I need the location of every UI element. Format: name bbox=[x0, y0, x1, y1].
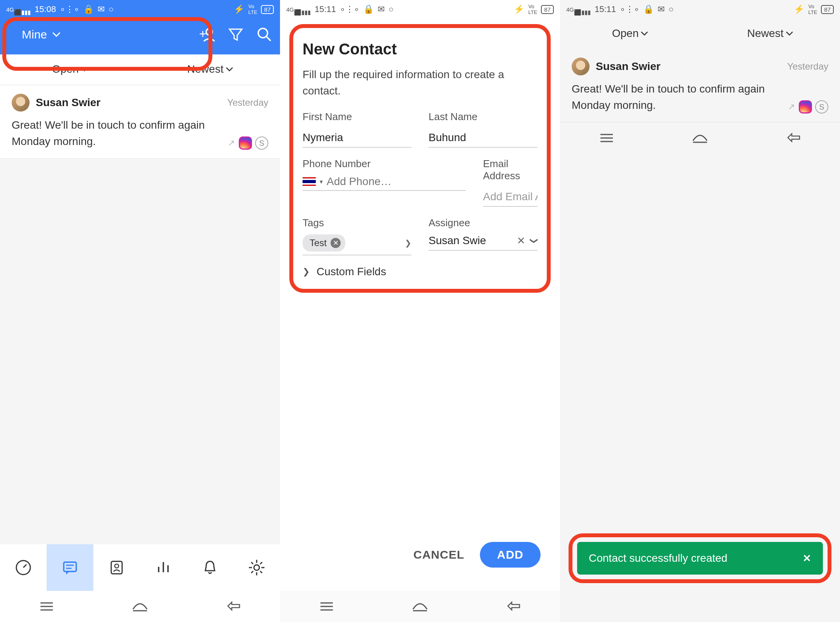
filter-sort-label: Newest bbox=[187, 63, 223, 75]
first-name-input[interactable] bbox=[303, 128, 411, 148]
home-button[interactable] bbox=[93, 601, 187, 612]
chevron-down-icon[interactable]: ▾ bbox=[320, 178, 323, 185]
lock-icon: 🔒 bbox=[363, 4, 374, 14]
search-icon[interactable] bbox=[257, 27, 272, 42]
toast-message: Contact successfully created bbox=[589, 552, 727, 564]
filter-status-dropdown[interactable]: Open bbox=[0, 63, 140, 75]
svg-point-1 bbox=[206, 29, 212, 35]
mail-icon: ✉ bbox=[378, 4, 385, 14]
add-button[interactable]: ADD bbox=[480, 542, 541, 568]
custom-fields-toggle[interactable]: ❯ Custom Fields bbox=[303, 266, 537, 278]
tag-chip[interactable]: Test ✕ bbox=[303, 234, 345, 252]
highlight-annotation: Contact successfully created ✕ bbox=[569, 533, 831, 583]
email-input[interactable] bbox=[483, 187, 537, 207]
lock-icon: 🔒 bbox=[83, 4, 94, 14]
assignee-label: Assignee bbox=[429, 217, 537, 229]
message-list: Susan Swier Yesterday Great! We'll be in… bbox=[560, 49, 840, 122]
avatar bbox=[12, 94, 30, 112]
chevron-down-icon bbox=[81, 67, 88, 72]
outgoing-icon: ↗ bbox=[788, 102, 795, 112]
screen-new-contact: 4G⬛▮▮▮ 15:11 ∘⋮∘ 🔒 ✉ ○ ⚡ VoLTE 87 New Co… bbox=[280, 0, 560, 622]
chevron-down-icon[interactable]: ❯ bbox=[530, 238, 539, 244]
filter-row: Open Newest bbox=[560, 18, 840, 49]
cancel-button[interactable]: CANCEL bbox=[413, 548, 464, 561]
wifi-icon: ∘⋮∘ bbox=[620, 4, 639, 14]
svg-point-10 bbox=[115, 564, 119, 568]
assignee-badge: S bbox=[255, 136, 268, 150]
network-icon: 4G⬛▮▮▮ bbox=[566, 3, 591, 15]
svg-line-21 bbox=[251, 571, 253, 573]
assignee-dropdown[interactable]: Susan Swie ✕ ❯ bbox=[429, 234, 537, 251]
success-toast: Contact successfully created ✕ bbox=[577, 542, 823, 575]
add-contact-button[interactable]: + bbox=[198, 26, 215, 43]
tags-label: Tags bbox=[303, 217, 411, 229]
first-name-label: First Name bbox=[303, 111, 411, 123]
svg-line-5 bbox=[23, 564, 26, 568]
back-button[interactable] bbox=[187, 600, 280, 613]
phone-input[interactable] bbox=[327, 175, 466, 188]
volte-icon: VoLTE bbox=[528, 3, 537, 15]
filter-status-label: Open bbox=[52, 63, 79, 75]
avatar bbox=[572, 58, 590, 75]
close-toast-icon[interactable]: ✕ bbox=[803, 552, 811, 564]
tag-label: Test bbox=[310, 238, 327, 248]
status-time: 15:08 bbox=[35, 4, 56, 14]
svg-point-2 bbox=[258, 28, 268, 38]
view-filter-dropdown[interactable]: Mine bbox=[22, 28, 60, 41]
filter-row: Open Newest bbox=[0, 54, 280, 85]
topbar: Mine + bbox=[0, 19, 280, 54]
home-button[interactable] bbox=[653, 132, 747, 144]
filter-sort-dropdown[interactable]: Newest bbox=[140, 63, 280, 75]
chevron-down-icon bbox=[226, 67, 233, 72]
outgoing-icon: ↗ bbox=[228, 138, 235, 148]
recent-apps-button[interactable] bbox=[280, 601, 373, 612]
message-item[interactable]: Susan Swier Yesterday Great! We'll be in… bbox=[560, 49, 840, 122]
email-label: Email Address bbox=[483, 158, 537, 182]
last-name-label: Last Name bbox=[429, 111, 537, 123]
chevron-down-icon bbox=[52, 32, 60, 37]
home-button[interactable] bbox=[373, 601, 467, 612]
svg-line-3 bbox=[266, 37, 271, 41]
chevron-down-icon bbox=[786, 31, 793, 36]
recent-apps-button[interactable] bbox=[560, 132, 653, 144]
back-button[interactable] bbox=[747, 131, 840, 145]
android-softkeys bbox=[0, 591, 280, 622]
message-item[interactable]: Susan Swier Yesterday Great! We'll be in… bbox=[0, 85, 280, 159]
nav-messages[interactable] bbox=[47, 544, 93, 591]
filter-icon[interactable] bbox=[228, 27, 243, 42]
volte-icon: VoLTE bbox=[248, 3, 257, 15]
back-button[interactable] bbox=[467, 600, 560, 613]
clear-assignee-icon[interactable]: ✕ bbox=[517, 235, 525, 247]
battery-icon: 87 bbox=[541, 5, 554, 14]
instagram-icon bbox=[239, 136, 252, 150]
new-contact-modal: New Contact Fill up the required informa… bbox=[289, 24, 551, 293]
wifi-icon: ∘⋮∘ bbox=[60, 4, 79, 14]
chevron-right-icon: ❯ bbox=[303, 267, 310, 277]
chevron-down-icon bbox=[641, 31, 648, 36]
nav-settings[interactable] bbox=[233, 544, 280, 591]
last-name-input[interactable] bbox=[429, 128, 537, 148]
tags-input[interactable]: Test ✕ ❯ bbox=[303, 234, 411, 255]
circle-icon: ○ bbox=[388, 4, 394, 14]
nav-reports[interactable] bbox=[140, 544, 187, 591]
recent-apps-button[interactable] bbox=[0, 601, 93, 612]
svg-point-14 bbox=[254, 565, 259, 570]
status-time: 15:11 bbox=[595, 4, 616, 14]
nav-dashboard[interactable] bbox=[0, 544, 47, 591]
chevron-down-icon[interactable]: ❯ bbox=[405, 238, 411, 248]
nav-contacts[interactable] bbox=[93, 544, 140, 591]
network-icon: 4G⬛▮▮▮ bbox=[286, 3, 311, 15]
remove-tag-icon[interactable]: ✕ bbox=[331, 238, 341, 248]
bottom-nav bbox=[0, 544, 280, 591]
svg-line-19 bbox=[251, 562, 253, 564]
bluetooth-icon: ⚡ bbox=[794, 4, 804, 14]
assignee-value: Susan Swie bbox=[429, 234, 511, 247]
filter-status-dropdown[interactable]: Open bbox=[560, 27, 700, 40]
filter-sort-dropdown[interactable]: Newest bbox=[700, 27, 840, 40]
message-list: Susan Swier Yesterday Great! We'll be in… bbox=[0, 85, 280, 159]
nav-notifications[interactable] bbox=[187, 544, 233, 591]
contact-name: Susan Swier bbox=[596, 60, 661, 73]
modal-footer: CANCEL ADD bbox=[280, 530, 560, 591]
instagram-icon bbox=[799, 100, 812, 114]
country-flag-icon[interactable] bbox=[303, 177, 316, 186]
